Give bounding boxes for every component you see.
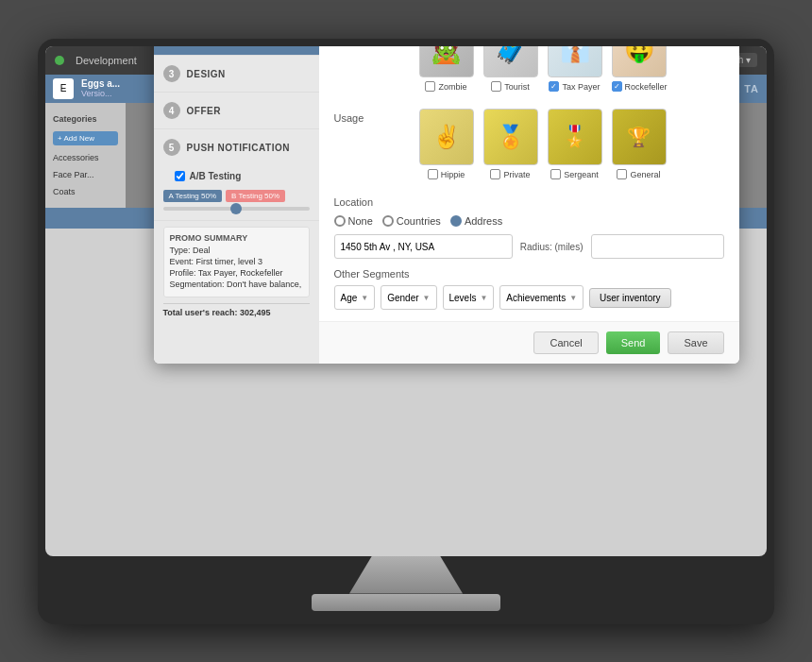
usage-avatars: ✌️ Hippie — [419, 109, 667, 179]
location-section: Location None — [334, 196, 724, 227]
gender-select[interactable]: Gender ▼ — [381, 285, 436, 310]
avatar-general: 🏆 General — [612, 109, 667, 179]
user-inventory-button[interactable]: User inventory — [589, 288, 670, 308]
sergeant-checkbox[interactable] — [550, 169, 561, 179]
taxpayer-label: Tax Payer — [562, 82, 600, 92]
private-checkbox-row: Private — [490, 169, 530, 179]
hippie-icon: ✌️ — [432, 124, 461, 150]
cancel-button[interactable]: Cancel — [533, 331, 598, 354]
taxpayer-checkbox-row: ✓ Tax Payer — [549, 81, 600, 92]
avatar-rockefeller-box[interactable]: 🤑 — [612, 46, 667, 78]
content-area: Add New Deal × 1 EVENT PREFERENCES ⚠ — [126, 103, 767, 208]
ab-bars: A Testing 50% B Testing 50% — [163, 190, 310, 202]
avatar-tourist-box[interactable]: 🧳 — [483, 46, 538, 78]
achievements-label: Achievements — [506, 293, 566, 303]
main-content: Categories + Add New Accessories Face Pa… — [45, 103, 767, 208]
promo-line-profile: Profile: Tax Payer, Rockefeller — [170, 268, 303, 278]
avatar-sergeant: 🎖️ Sergeant — [548, 109, 602, 179]
age-arrow-icon: ▼ — [361, 294, 368, 302]
private-checkbox[interactable] — [490, 169, 500, 179]
ab-slider-thumb[interactable] — [230, 203, 242, 214]
promo-summary-title: PROMO SUMMARY — [170, 233, 303, 243]
avatar-zombie: 🧟 Zombie — [419, 46, 474, 93]
radio-address-dot — [450, 215, 462, 227]
tourist-icon: 🧳 — [494, 46, 527, 65]
avatar-hippie-box[interactable]: ✌️ — [419, 109, 474, 165]
monitor: Development MY APPS ▾ Submit Ticket Help… — [38, 39, 774, 624]
address-row: Radius: (miles) — [334, 234, 724, 259]
zombie-checkbox[interactable] — [425, 81, 435, 92]
radio-address-label: Address — [465, 215, 502, 227]
app-title: Eggs a... — [81, 78, 120, 89]
radio-countries[interactable]: Countries — [382, 215, 441, 227]
sidebar-item-accessories[interactable]: Accessories — [45, 149, 126, 166]
sidebar-section-categories: Categories — [45, 110, 126, 127]
ab-testing-checkbox[interactable] — [175, 171, 185, 181]
modal-footer: Cancel Send Save — [319, 321, 739, 364]
rockefeller-checkbox-row: ✓ Rockefeller — [612, 81, 668, 92]
app-title-block: Eggs a... Versio... — [81, 78, 120, 98]
send-button[interactable]: Send — [606, 331, 661, 354]
hippie-label: Hippie — [441, 170, 465, 179]
add-new-button[interactable]: + Add New — [53, 131, 118, 145]
step-4-number: 4 — [163, 102, 180, 119]
modal-right-content: Select User Segment Next ▶ Spending Habi… — [319, 46, 739, 322]
radius-label: Radius: (miles) — [520, 242, 584, 252]
avatar-sergeant-box[interactable]: 🎖️ — [548, 109, 602, 165]
modal-overlay: Add New Deal × 1 EVENT PREFERENCES ⚠ — [126, 103, 767, 208]
add-new-deal-modal: Add New Deal × 1 EVENT PREFERENCES ⚠ — [154, 46, 739, 365]
step-5-number: 5 — [163, 139, 180, 156]
ab-slider[interactable] — [163, 207, 310, 211]
rockefeller-checkbox[interactable]: ✓ — [612, 81, 622, 92]
step-5-push-notification[interactable]: 5 PUSH NOTIFICATION — [154, 129, 319, 165]
achievements-select[interactable]: Achievements ▼ — [499, 285, 584, 310]
hippie-checkbox[interactable] — [428, 169, 438, 179]
taxpayer-checkbox[interactable]: ✓ — [549, 81, 559, 92]
levels-arrow-icon: ▼ — [480, 294, 487, 302]
radio-none[interactable]: None — [334, 215, 373, 227]
sidebar-item-coats[interactable]: Coats — [45, 183, 126, 200]
general-label: General — [630, 170, 660, 179]
monitor-screen: Development MY APPS ▾ Submit Ticket Help… — [45, 46, 767, 556]
tourist-checkbox[interactable] — [491, 81, 501, 92]
step-3-number: 3 — [163, 65, 180, 82]
radio-address[interactable]: Address — [450, 215, 502, 227]
radio-none-label: None — [348, 215, 373, 227]
general-checkbox-row: General — [617, 169, 660, 179]
status-dot — [55, 56, 64, 65]
avatar-private: 🏅 Private — [483, 109, 538, 179]
step-3-design[interactable]: 3 DESIGN — [154, 56, 319, 93]
modal-body: 1 EVENT PREFERENCES ⚠ 2 SEGMENTATION — [154, 46, 739, 365]
avatar-zombie-box[interactable]: 🧟 — [419, 46, 474, 78]
monitor-stand — [349, 556, 463, 594]
other-segments-section: Other Segments Age ▼ Gender — [334, 268, 724, 310]
levels-select[interactable]: Levels ▼ — [443, 285, 495, 310]
sergeant-label: Sergeant — [564, 170, 599, 179]
general-checkbox[interactable] — [617, 169, 627, 179]
avatar-general-box[interactable]: 🏆 — [612, 109, 667, 165]
levels-label: Levels — [449, 293, 477, 303]
achievements-arrow-icon: ▼ — [569, 294, 577, 302]
step-2-segmentation[interactable]: 2 SEGMENTATION — [154, 46, 319, 57]
radius-input[interactable] — [591, 234, 724, 259]
segments-row: Age ▼ Gender ▼ — [334, 285, 724, 310]
sidebar: Categories + Add New Accessories Face Pa… — [45, 103, 126, 208]
age-select[interactable]: Age ▼ — [334, 285, 376, 310]
general-icon: 🏆 — [627, 126, 651, 148]
hippie-checkbox-row: Hippie — [428, 169, 465, 179]
avatar-taxpayer-box[interactable]: 👔 — [548, 46, 602, 78]
ab-bar-a: A Testing 50% — [163, 190, 223, 202]
taxpayer-icon: 👔 — [560, 46, 590, 64]
address-input[interactable] — [334, 234, 513, 259]
tourist-label: Tourist — [504, 82, 530, 92]
promo-line-type: Type: Deal — [170, 246, 303, 255]
sidebar-item-face-parts[interactable]: Face Par... — [45, 166, 126, 183]
other-segments-label: Other Segments — [334, 268, 724, 280]
private-icon: 🏅 — [497, 124, 525, 150]
step-3-label: DESIGN — [187, 69, 226, 79]
avatar-rockefeller: 🤑 ✓ Rockefeller — [612, 46, 668, 93]
avatar-private-box[interactable]: 🏅 — [483, 109, 538, 165]
avatar-hippie: ✌️ Hippie — [419, 109, 474, 179]
step-4-offer[interactable]: 4 OFFER — [154, 93, 319, 129]
save-button[interactable]: Save — [668, 331, 723, 354]
